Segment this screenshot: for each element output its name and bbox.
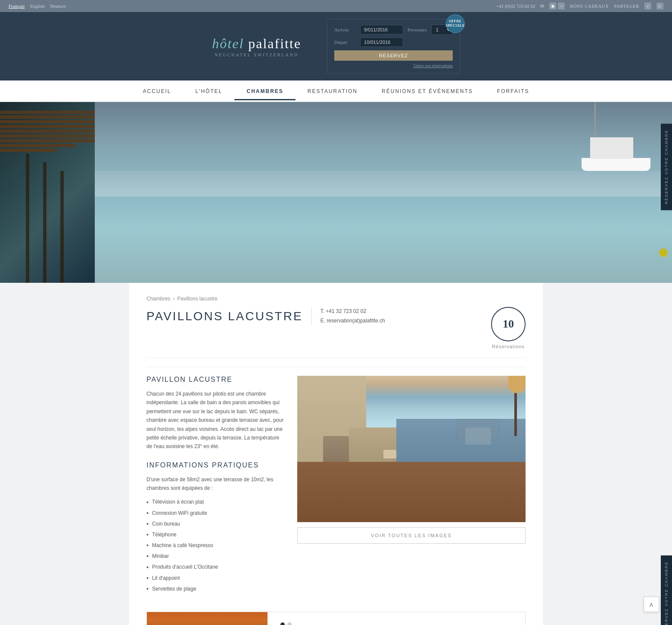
breadcrumb-separator: › [173,296,174,302]
tripadvisor-icon[interactable]: ○ [558,3,565,9]
logo: hôtel palafitte NEUCHATEL SWITZERLAND [212,36,301,57]
header: hôtel palafitte NEUCHATEL SWITZERLAND OF… [0,12,672,80]
gerer-reservations-link[interactable]: Gérez vos réservations [334,63,453,68]
two-col-layout: PAVILLON LACUSTRE Chacun des 24 pavillon… [146,376,526,594]
floor-lamp-shade [508,376,526,393]
balcony-table [465,427,491,445]
title-contact-row: PAVILLONS LACUSTRE T. +41 32 723 02 02 E… [146,307,491,325]
feature-tv: Télévision à écran plat [146,497,284,508]
logo-palafitte: palafitte [248,36,301,51]
page-title: PAVILLONS LACUSTRE [146,309,303,323]
logo-hotel: hôtel [212,36,244,51]
arrivee-row: Arrivée Personnes 1234 [334,25,453,35]
feature-serviettes: Serviettes de plage [146,584,284,594]
promo-content: ESCAPADE ROMANTIQUE Une formule enchante… [268,612,525,625]
promo-dots [280,622,512,625]
phone-number: +41 (0)32 723 02 02 [496,3,535,9]
language-switcher[interactable]: Français English Deutsch [9,3,70,9]
section2-intro: D'une surface de 58m2 avec une terrasse … [146,475,284,493]
nav-restauration[interactable]: RESTAURATION [296,82,370,100]
buoy-decoration [659,248,668,257]
features-list: Télévision à écran plat Connexion WiFi g… [146,497,284,595]
depart-label: Départ [334,40,356,45]
facebook-icon[interactable]: f [644,3,651,9]
bons-cadeaux-link[interactable]: BONS CADEAUX [570,4,609,9]
chair [323,436,349,462]
chevron-up-icon: ∧ [649,600,654,609]
email-icon: ✉ [540,3,544,9]
feature-loccitane: Produits d'accueil L'Occitane [146,562,284,573]
booking-widget: OFFRESPÉCIALE Arrivée Personnes 1234 Dép… [327,19,460,74]
lang-fr[interactable]: Français [9,3,25,9]
partager-link[interactable]: Partager [614,4,639,9]
breadcrumb-current: Pavillons lacustre [177,296,217,302]
offer-badge: OFFRESPÉCIALE [446,14,465,33]
nav-accueil[interactable]: ACCUEIL [131,82,183,100]
logo-subtitle: NEUCHATEL SWITZERLAND [212,53,301,57]
feature-minibar: Minibar [146,551,284,562]
top-bar: Français English Deutsch +41 (0)32 723 0… [0,0,672,12]
social-icons-group: ▣ ○ [549,3,565,9]
lang-en[interactable]: English [30,3,45,9]
logo-title: hôtel palafitte [212,36,301,52]
contact-phone: T. +41 32 723 02 02 [320,307,385,316]
reservez-button[interactable]: RÉSERVEZ [334,50,453,61]
main-nav: ACCUEIL L'HÔTEL CHAMBRES RESTAURATION RÉ… [0,80,672,102]
hero-left-panel [0,102,95,283]
right-column: VOIR TOUTES LES IMAGES [297,376,526,594]
depart-row: Départ [334,37,453,47]
nav-forfaits[interactable]: FORFAITS [485,82,541,100]
arrivee-input[interactable] [360,25,403,34]
water-reflection [95,197,672,283]
feature-coin-bureau: Coin bureau [146,519,284,529]
nav-chambres[interactable]: CHAMBRES [234,82,295,100]
breadcrumb-parent[interactable]: Chambres [146,296,170,302]
top-bar-right: +41 (0)32 723 02 02 ✉ ▣ ○ BONS CADEAUX P… [496,3,663,9]
promo-section: ESCAPADE ROMANTIQUE Une formule enchante… [146,612,526,625]
back-to-top-button[interactable]: ∧ [644,597,659,612]
feature-wifi: Connexion WiFi gratuite [146,508,284,519]
section1-text: Chacun des 24 pavillons sur pilotis est … [146,390,284,451]
side-reservez-top[interactable]: RÉSERVEZ VOTRE CHAMBRE [661,124,672,210]
nav-hotel[interactable]: L'HÔTEL [183,82,234,100]
divider [146,367,526,367]
floor-lamp-pole [514,393,517,436]
page-title-area: PAVILLONS LACUSTRE T. +41 32 723 02 02 E… [146,307,526,358]
section2-title: INFORMATIONS PRATIQUES [146,461,284,469]
content-wrapper: Chambres › Pavillons lacustre PAVILLONS … [0,283,672,625]
promo-dot-2[interactable] [287,622,292,625]
hero-left-image [0,102,95,283]
room-image [297,376,526,522]
boat-body [582,158,650,171]
arrivee-label: Arrivée [334,27,356,32]
promo-image [147,612,268,625]
reservations-icon[interactable]: 10 [491,307,526,341]
instagram-icon[interactable]: ▣ [549,3,556,9]
side-reservez-bottom[interactable]: RÉSERVEZ VOTRE CHAMBRE [661,555,672,625]
hero-main-image: RÉSERVEZ VOTRE CHAMBRE [95,102,672,283]
boat-cabin [590,137,633,159]
nav-reunions[interactable]: RÉUNIONS ET ÉVÉNEMENTS [370,82,485,100]
personnes-label: Personnes [408,27,427,32]
contact-info: T. +41 32 723 02 02 E. reservation(at)pa… [311,307,385,325]
info-section: INFORMATIONS PRATIQUES D'une surface de … [146,461,284,594]
room-floor [297,462,526,522]
depart-input[interactable] [360,37,403,47]
content-card: Chambres › Pavillons lacustre PAVILLONS … [129,283,543,625]
feature-lit-appoint: Lit d'appoint [146,573,284,584]
left-column: PAVILLON LACUSTRE Chacun des 24 pavillon… [146,376,284,594]
view-all-images-button[interactable]: VOIR TOUTES LES IMAGES [297,527,526,544]
feature-telephone: Téléphone [146,529,284,540]
youtube-icon[interactable]: ▷ [656,3,663,9]
dock-decoration [0,111,95,175]
promo-building [147,620,268,625]
lang-de[interactable]: Deutsch [50,3,65,9]
promo-dot-1[interactable] [280,622,285,625]
boat-decoration [573,119,659,171]
reservations-label: Réservations [492,344,525,349]
section1-title: PAVILLON LACUSTRE [146,376,284,384]
calendar-number: 10 [503,319,514,330]
breadcrumb: Chambres › Pavillons lacustre [146,296,526,302]
reservations-widget: 10 Réservations [491,307,526,349]
hero-area: RÉSERVEZ VOTRE CHAMBRE [0,102,672,283]
